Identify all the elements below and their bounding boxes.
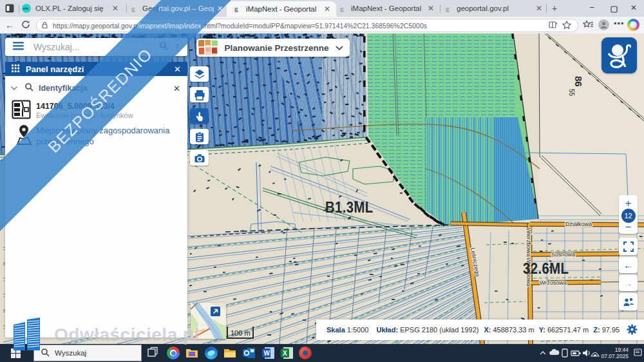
svg-text:X: X: [283, 350, 287, 357]
svg-text:W: W: [264, 350, 270, 357]
svg-text:g: g: [234, 5, 238, 12]
svg-text:g: g: [131, 5, 135, 12]
svg-text:Wierzbowa: Wierzbowa: [526, 228, 532, 257]
svg-text:55: 55: [568, 89, 575, 97]
svg-text:Działkowa: Działkowa: [565, 221, 592, 227]
svg-text:86: 86: [573, 76, 584, 87]
svg-text:Wrzosowa: Wrzosowa: [540, 280, 567, 286]
svg-text:g: g: [340, 5, 344, 12]
svg-text:Sosnowa: Sosnowa: [551, 251, 575, 258]
svg-text:100 m: 100 m: [231, 329, 251, 337]
svg-text:g: g: [446, 5, 450, 12]
svg-text:B1.3ML: B1.3ML: [325, 199, 374, 216]
svg-text:32.6ML: 32.6ML: [523, 260, 569, 278]
